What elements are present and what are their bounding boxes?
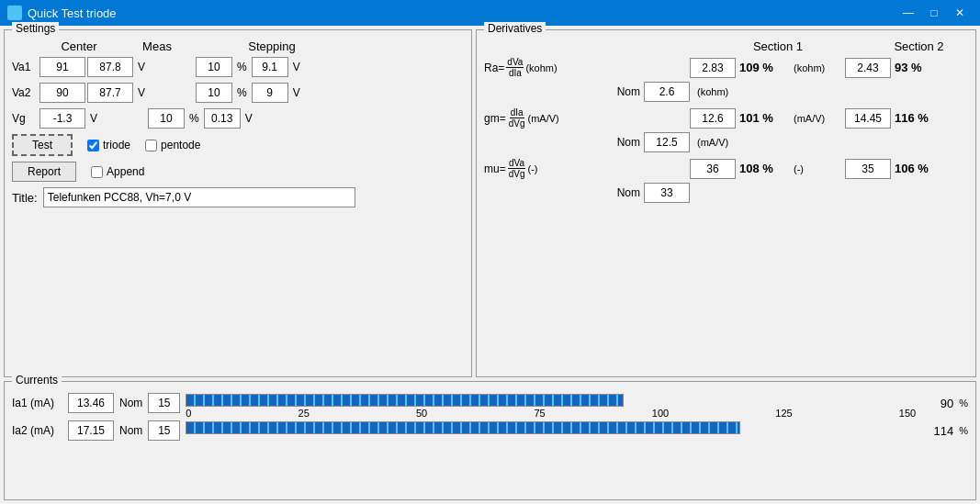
ia1-progress-container: 0 25 50 75 100 125 150 bbox=[186, 394, 916, 412]
mu-val2-input[interactable] bbox=[845, 159, 891, 179]
ia2-progress-container bbox=[186, 421, 916, 440]
close-button[interactable]: ✕ bbox=[947, 0, 973, 26]
gm-num: dIa bbox=[510, 107, 524, 118]
ra-val1-input[interactable] bbox=[690, 58, 736, 78]
va2-step-unit: % bbox=[237, 86, 247, 99]
triode-checkbox[interactable] bbox=[87, 140, 99, 151]
va1-step-input[interactable] bbox=[196, 57, 232, 77]
ra-val2-input[interactable] bbox=[845, 58, 891, 78]
vg-label: Vg bbox=[12, 112, 38, 125]
ra-pct1: 109 % bbox=[739, 61, 790, 74]
vg-step-input[interactable] bbox=[148, 108, 185, 129]
settings-panel: Settings Center Meas Stepping Va1 V % bbox=[4, 29, 472, 377]
mu-nom-row: Nom bbox=[484, 183, 968, 203]
vg-stepval-unit: V bbox=[245, 112, 253, 125]
derivatives-title: Derivatives bbox=[484, 22, 546, 35]
window-title: Quick Test triode bbox=[28, 6, 117, 20]
gm-den: dVg bbox=[508, 118, 526, 129]
mu-nom-label: Nom bbox=[613, 186, 640, 199]
ra-fraction: dVa dIa bbox=[506, 57, 524, 78]
mu-row: mu= dVa dVg (-) 108 % (-) 106 % bbox=[484, 158, 968, 179]
va1-stepval-input[interactable] bbox=[252, 57, 288, 77]
gm-nom-input[interactable] bbox=[644, 132, 690, 152]
ra-unit1: (kohm) bbox=[525, 62, 573, 73]
triode-checkbox-group: triode bbox=[87, 139, 130, 151]
currents-title: Currents bbox=[12, 374, 62, 386]
gm-label: gm= bbox=[484, 112, 506, 125]
title-bar-controls: — □ ✕ bbox=[896, 0, 973, 26]
va1-center-input[interactable] bbox=[39, 57, 85, 77]
title-input[interactable] bbox=[43, 187, 355, 207]
scale-150: 150 bbox=[899, 408, 916, 419]
va1-meas-input[interactable] bbox=[87, 57, 133, 77]
append-label: Append bbox=[107, 165, 144, 178]
mu-fraction: dVa dVg bbox=[508, 158, 526, 179]
mu-num: dVa bbox=[508, 158, 525, 169]
append-checkbox[interactable] bbox=[91, 166, 103, 178]
app-icon bbox=[7, 6, 22, 20]
gm-val2-input[interactable] bbox=[845, 108, 891, 129]
ia1-label: Ia1 (mA) bbox=[12, 397, 62, 409]
va2-row: Va2 V % V bbox=[12, 83, 464, 103]
mu-nom-input[interactable] bbox=[644, 183, 690, 203]
va2-step-input[interactable] bbox=[196, 83, 232, 103]
ia1-progress-bar bbox=[186, 394, 624, 407]
pentode-checkbox[interactable] bbox=[145, 140, 157, 151]
vg-center-input[interactable] bbox=[39, 108, 85, 129]
ia2-row: Ia2 (mA) Nom 114 % bbox=[12, 420, 968, 441]
ra-nom-unit: (kohm) bbox=[697, 86, 745, 97]
maximize-button[interactable]: □ bbox=[921, 0, 947, 26]
gm-unit2: (mA/V) bbox=[794, 113, 841, 124]
va2-meas-input[interactable] bbox=[87, 83, 133, 103]
ra-nom-label: Nom bbox=[613, 85, 640, 98]
va2-unit: V bbox=[138, 86, 145, 99]
append-checkbox-group: Append bbox=[91, 165, 144, 178]
ia2-value-input[interactable] bbox=[68, 420, 114, 441]
va2-center-input[interactable] bbox=[39, 83, 85, 103]
ia2-nom-label: Nom bbox=[119, 424, 142, 437]
ra-nom-input[interactable] bbox=[644, 82, 690, 102]
title-row: Title: bbox=[12, 187, 464, 207]
va1-unit: V bbox=[138, 61, 145, 73]
pentode-label: pentode bbox=[161, 139, 200, 151]
ia1-nom-input[interactable] bbox=[148, 393, 180, 413]
header-meas: Meas bbox=[120, 39, 194, 53]
gm-row: gm= dIa dVg (mA/V) 101 % (mA/V) 116 % bbox=[484, 107, 968, 129]
ra-den: dIa bbox=[508, 68, 523, 78]
pentode-checkbox-group: pentode bbox=[145, 139, 200, 151]
triode-label: triode bbox=[103, 139, 130, 151]
mu-pct2: 106 % bbox=[895, 162, 929, 175]
scale-25: 25 bbox=[299, 408, 310, 419]
section2-header: Section 2 bbox=[870, 39, 968, 53]
derivatives-panel: Derivatives Section 1 Section 2 Ra= dVa … bbox=[476, 29, 976, 377]
va2-step-group: % V bbox=[196, 83, 303, 103]
ia2-label: Ia2 (mA) bbox=[12, 424, 62, 437]
ia2-progress-bar bbox=[186, 421, 740, 434]
scale-75: 75 bbox=[534, 408, 545, 419]
deriv-headers: Section 1 Section 2 bbox=[484, 34, 968, 53]
currents-panel: Currents Ia1 (mA) Nom 0 25 50 75 100 125… bbox=[4, 381, 976, 500]
report-button[interactable]: Report bbox=[12, 162, 76, 182]
va2-stepval-input[interactable] bbox=[252, 83, 288, 103]
va1-step-unit: % bbox=[237, 61, 247, 73]
minimize-button[interactable]: — bbox=[896, 0, 921, 26]
mu-val1-input[interactable] bbox=[690, 159, 736, 179]
ia2-nom-input[interactable] bbox=[148, 420, 180, 441]
mu-unit2: (-) bbox=[794, 163, 841, 174]
scale-100: 100 bbox=[652, 408, 669, 419]
vg-stepval-input[interactable] bbox=[204, 108, 241, 129]
mu-unit1: (-) bbox=[527, 163, 575, 174]
test-button[interactable]: Test bbox=[12, 134, 73, 156]
ia1-nom-label: Nom bbox=[119, 397, 142, 409]
ia1-value-input[interactable] bbox=[68, 393, 114, 413]
gm-val1-input[interactable] bbox=[690, 108, 736, 129]
vg-row: Vg V % V bbox=[12, 108, 464, 129]
scale-50: 50 bbox=[416, 408, 427, 419]
section1-header: Section 1 bbox=[686, 39, 870, 53]
top-row: Settings Center Meas Stepping Va1 V % bbox=[4, 29, 976, 377]
ra-row: Ra= dVa dIa (kohm) 109 % (kohm) 93 % bbox=[484, 57, 968, 78]
header-stepping: Stepping bbox=[212, 39, 332, 53]
main-content: Settings Center Meas Stepping Va1 V % bbox=[0, 26, 980, 504]
ia2-result: 114 bbox=[921, 424, 953, 438]
ia1-row: Ia1 (mA) Nom 0 25 50 75 100 125 150 90 % bbox=[12, 393, 968, 413]
